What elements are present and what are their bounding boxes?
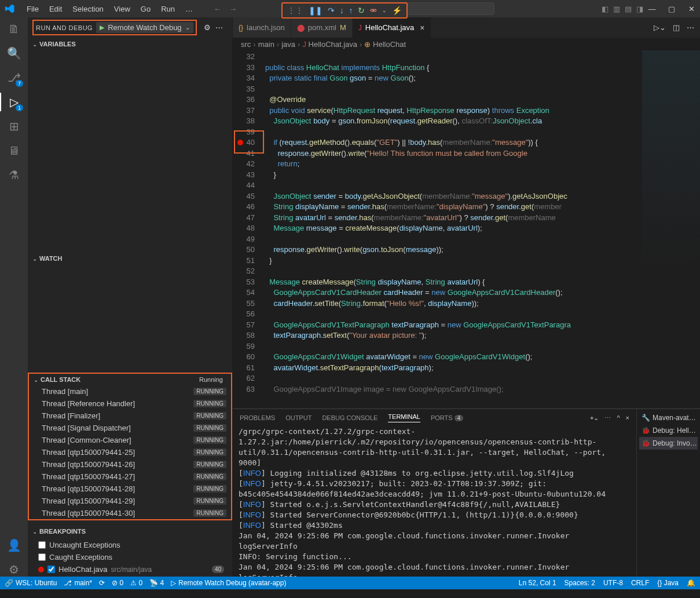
play-icon[interactable]: ▶ (100, 24, 104, 31)
layout-icon[interactable]: ▥ (613, 5, 620, 13)
callstack-row[interactable]: Thread [main]RUNNING (29, 385, 231, 398)
disconnect-icon[interactable]: ⚮ (370, 6, 377, 15)
menu-run[interactable]: Run (156, 2, 179, 16)
chevron-down-icon[interactable]: ⌄ (185, 24, 190, 31)
sync-icon[interactable]: ⟳ (99, 579, 105, 587)
breadcrumb[interactable]: src›main›java›J HelloChat.java›⊕ HelloCh… (233, 38, 700, 50)
hot-reload-icon[interactable]: ⚡ (392, 6, 402, 15)
callstack-header[interactable]: ⌄ CALL STACK Running (28, 373, 232, 385)
editor-tab[interactable]: ⬤pom.xmlM (291, 17, 353, 38)
cursor-position[interactable]: Ln 52, Col 1 (519, 579, 556, 587)
bp-checkbox[interactable] (38, 553, 46, 561)
breadcrumb-item[interactable]: J HelloChat.java (302, 40, 357, 49)
callstack-row[interactable]: Thread [qtp1500079441-28]RUNNING (29, 483, 231, 495)
code-editor[interactable]: 3233343536373839404142434445464748495051… (233, 50, 700, 409)
explorer-icon[interactable]: 🗎 (7, 22, 21, 36)
terminal-output[interactable]: /grpc/grpc-context/1.27.2/grpc-context-1… (233, 426, 636, 577)
breadcrumb-item[interactable]: src (241, 40, 251, 49)
code-content[interactable]: public class HelloChat implements HttpFu… (265, 50, 700, 409)
menu-…[interactable]: … (181, 2, 197, 16)
step-into-icon[interactable]: ↓ (340, 6, 344, 15)
errors[interactable]: ⊘ 0 (112, 579, 123, 587)
watch-header[interactable]: ⌄ WATCH (28, 252, 232, 265)
chevron-down-icon[interactable]: ⌄ (382, 8, 387, 13)
remote-indicator[interactable]: 🔗 WSL: Ubuntu (5, 579, 57, 587)
settings-gear-icon[interactable]: ⚙ (7, 563, 21, 577)
terminal-session[interactable]: 🐞 Debug: Hell… (639, 424, 698, 437)
more-icon[interactable]: ⋯ (215, 23, 223, 32)
panel-tab-debug-console[interactable]: DEBUG CONSOLE (322, 414, 378, 421)
menu-selection[interactable]: Selection (68, 2, 108, 16)
step-over-icon[interactable]: ↷ (328, 6, 335, 15)
extensions-icon[interactable]: ⊞ (7, 119, 21, 133)
layout-icon[interactable]: ◨ (636, 5, 643, 13)
callstack-row[interactable]: Thread [Reference Handler]RUNNING (29, 398, 231, 410)
menu-file[interactable]: File (22, 2, 43, 16)
more-icon[interactable]: ⋯ (604, 414, 611, 422)
restart-icon[interactable]: ↻ (358, 6, 365, 15)
callstack-row[interactable]: Thread [Finalizer]RUNNING (29, 410, 231, 422)
new-terminal-icon[interactable]: +⌄ (590, 414, 599, 422)
testing-icon[interactable]: ⚗ (7, 168, 21, 182)
editor-tab[interactable]: JHelloChat.java× (353, 17, 431, 38)
more-icon[interactable]: ⋯ (687, 23, 694, 32)
menu-go[interactable]: Go (136, 2, 155, 16)
remote-explorer-icon[interactable]: 🖥 (7, 144, 21, 158)
close-icon[interactable]: × (626, 414, 629, 422)
breadcrumb-item[interactable]: ⊕ HelloChat (364, 40, 406, 49)
nav-back-icon[interactable]: ← (214, 5, 221, 13)
maximize-icon[interactable]: ▢ (668, 5, 676, 13)
nav-fwd-icon[interactable]: → (229, 5, 237, 13)
editor-tab[interactable]: {}launch.json (233, 17, 291, 38)
minimize-icon[interactable]: — (648, 5, 656, 13)
notifications-icon[interactable]: 🔔 (687, 579, 695, 587)
variables-header[interactable]: ⌄ VARIABLES (28, 38, 232, 50)
run-debug-icon[interactable]: ▷1 (7, 95, 21, 109)
maximize-icon[interactable]: ^ (617, 414, 620, 422)
bp-checkbox[interactable] (47, 566, 55, 573)
layout-icon[interactable]: ◧ (602, 5, 609, 13)
panel-tab-problems[interactable]: PROBLEMS (240, 414, 275, 421)
encoding[interactable]: UTF-8 (603, 579, 623, 587)
panel-tab-ports[interactable]: PORTS4 (431, 414, 463, 421)
panel-tab-output[interactable]: OUTPUT (285, 414, 311, 421)
callstack-row[interactable]: Thread [qtp1500079441-25]RUNNING (29, 446, 231, 458)
source-control-icon[interactable]: ⎇7 (7, 71, 21, 85)
callstack-row[interactable]: Thread [qtp1500079441-30]RUNNING (29, 507, 231, 519)
pause-icon[interactable]: ❚❚ (309, 6, 322, 15)
panel-tab-terminal[interactable]: TERMINAL (388, 413, 420, 422)
run-icon[interactable]: ▷⌄ (654, 23, 666, 32)
indent[interactable]: Spaces: 2 (565, 579, 595, 587)
eol[interactable]: CRLF (631, 579, 649, 587)
callstack-row[interactable]: Thread [qtp1500079441-29]RUNNING (29, 495, 231, 507)
gear-icon[interactable]: ⚙ (204, 23, 211, 32)
breakpoint-row[interactable]: Caught Exceptions (28, 551, 232, 563)
callstack-row[interactable]: Thread [Signal Dispatcher]RUNNING (29, 422, 231, 434)
breakpoint-row[interactable]: Uncaught Exceptions (28, 539, 232, 551)
terminal-session[interactable]: 🔧 Maven-avat… (639, 411, 698, 424)
breadcrumb-item[interactable]: main (258, 40, 274, 49)
account-icon[interactable]: 👤 (7, 538, 21, 552)
drag-handle-icon[interactable]: ⋮⋮ (287, 6, 303, 15)
close-icon[interactable]: ✕ (687, 5, 695, 13)
ports[interactable]: 📡 4 (149, 579, 164, 587)
breakpoint-row[interactable]: HelloChat.java src/main/java 40 (28, 563, 232, 575)
minimap[interactable] (642, 50, 700, 409)
terminal-session[interactable]: 🐞 Debug: Invo… (639, 437, 698, 450)
menu-view[interactable]: View (109, 2, 135, 16)
bp-checkbox[interactable] (38, 541, 46, 549)
breakpoints-header[interactable]: ⌄ BREAKPOINTS (28, 525, 232, 538)
debug-status[interactable]: ▷ Remote Watch Debug (avatar-app) (171, 579, 286, 587)
callstack-row[interactable]: Thread [Common-Cleaner]RUNNING (29, 434, 231, 446)
language[interactable]: {} Java (657, 579, 679, 587)
warnings[interactable]: ⚠ 0 (130, 579, 142, 587)
git-branch[interactable]: ⎇ main* (64, 579, 92, 587)
breadcrumb-item[interactable]: java (281, 40, 295, 49)
callstack-row[interactable]: Thread [qtp1500079441-26]RUNNING (29, 458, 231, 471)
close-icon[interactable]: × (420, 23, 424, 32)
step-out-icon[interactable]: ↑ (349, 6, 353, 15)
callstack-row[interactable]: Thread [qtp1500079441-27]RUNNING (29, 471, 231, 483)
split-icon[interactable]: ◫ (673, 23, 680, 32)
search-icon[interactable]: 🔍 (7, 46, 21, 60)
menu-edit[interactable]: Edit (45, 2, 67, 16)
